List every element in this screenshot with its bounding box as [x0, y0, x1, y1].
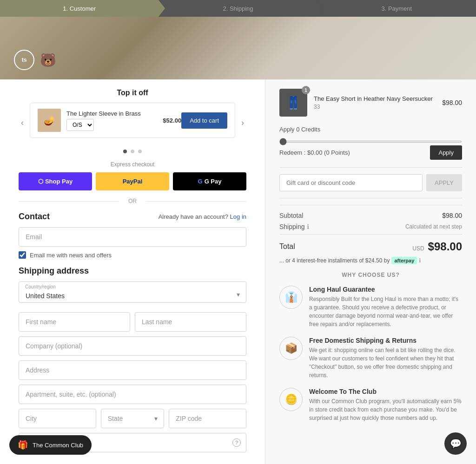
contact-title: Contact: [19, 212, 50, 222]
chat-icon: 💬: [450, 438, 462, 449]
email-input[interactable]: [19, 227, 246, 247]
product-size-select[interactable]: O/S: [66, 119, 157, 131]
guarantee-text: Responsibly Built for the Long Haul is m…: [309, 295, 462, 328]
add-to-cart-button[interactable]: Add to cart: [181, 112, 227, 129]
afterpay-info-icon[interactable]: ℹ: [419, 257, 421, 264]
why-item-guarantee: 👔 Long Haul Guarantee Responsibly Built …: [279, 286, 462, 328]
bottom-navigation: ‹ Return to cart CONTINUE TO SHIPPING: [19, 462, 246, 464]
step-shipping[interactable]: 2. Shipping: [159, 0, 317, 17]
zip-input[interactable]: [169, 409, 246, 428]
apply-credits-button[interactable]: Apply: [430, 145, 462, 160]
common-club-bar[interactable]: 🎁 The Common Club: [9, 435, 92, 455]
why-item-club: 🪙 Welcome To The Club With our Common Cl…: [279, 388, 462, 422]
shipping-perk-title: Free Domestic Shipping & Returns: [309, 337, 462, 344]
top-it-off-section: Top it off ‹ 🪔 The Lighter Sleeve in Bra…: [19, 89, 246, 204]
paypal-button[interactable]: PayPal: [96, 172, 169, 190]
guarantee-icon: 👔: [279, 286, 303, 309]
afterpay-logo: afterpay: [391, 257, 417, 264]
brand-logo-bear: 🐻: [40, 52, 56, 68]
why-choose-us-section: WHY CHOOSE US? 👔 Long Haul Guarantee Res…: [279, 272, 462, 422]
guarantee-title: Long Haul Guarantee: [309, 286, 462, 293]
redeem-text: Redeem : $0.00 (0 Points): [279, 149, 350, 156]
subtotal-value: $98.00: [442, 212, 462, 219]
carousel-dots: [19, 147, 246, 155]
phone-help-icon[interactable]: ?: [232, 438, 241, 447]
shipping-title: Shipping address: [19, 266, 89, 276]
apartment-input[interactable]: [19, 385, 246, 404]
order-item: 👖 1 The Easy Short in Heather Navy Seers…: [279, 89, 462, 117]
express-checkout-label: Express checkout: [19, 161, 246, 168]
item-price: $98.00: [442, 99, 462, 106]
common-club-label: The Common Club: [33, 442, 83, 449]
why-choose-title: WHY CHOOSE US?: [279, 272, 462, 278]
google-pay-button[interactable]: G G Pay: [173, 172, 246, 190]
credits-section: Apply 0 Credits Redeem : $0.00 (0 Points…: [279, 126, 462, 160]
address-input[interactable]: [19, 360, 246, 380]
club-text: With our Common Club program, you'll aut…: [309, 397, 462, 422]
carousel-prev-button[interactable]: ‹: [19, 116, 26, 130]
shopify-icon: ⬡: [38, 178, 43, 185]
divider-1: [279, 167, 462, 168]
carousel-next-button[interactable]: ›: [239, 116, 246, 130]
product-name: The Lighter Sleeve in Brass: [66, 110, 157, 117]
shopify-pay-button[interactable]: ⬡ Shop Pay: [19, 172, 92, 190]
credits-label: Apply 0 Credits: [279, 126, 462, 133]
afterpay-row: ... or 4 interest-free installments of $…: [279, 257, 462, 264]
subtotal-label: Subtotal: [279, 212, 303, 219]
country-select[interactable]: United States: [19, 281, 246, 303]
divider-2: [279, 198, 462, 198]
gift-card-apply-button[interactable]: APPLY: [426, 174, 462, 191]
company-input[interactable]: [19, 336, 246, 356]
item-name: The Easy Short in Heather Navy Seersucke…: [314, 95, 436, 103]
step-payment[interactable]: 3. Payment: [317, 0, 476, 17]
gift-icon: 🎁: [18, 440, 28, 450]
totals-section: Subtotal $98.00 Shipping ℹ Calculated at…: [279, 205, 462, 230]
login-link[interactable]: Log in: [230, 213, 246, 220]
product-thumbnail: 🪔: [38, 109, 61, 132]
checkout-form-panel: Top it off ‹ 🪔 The Lighter Sleeve in Bra…: [0, 79, 265, 464]
item-details: The Easy Short in Heather Navy Seersucke…: [314, 95, 436, 111]
step-customer[interactable]: 1. Customer: [0, 0, 159, 17]
login-prompt: Already have an account? Log in: [159, 213, 246, 220]
why-item-shipping: 📦 Free Domestic Shipping & Returns We ge…: [279, 337, 462, 379]
item-quantity-badge: 1: [302, 86, 310, 94]
progress-bar: 1. Customer 2. Shipping 3. Payment: [0, 0, 476, 17]
shipping-label: Shipping ℹ: [279, 223, 309, 230]
gift-card-section: APPLY: [279, 174, 462, 191]
total-label: Total: [279, 242, 295, 251]
last-name-input[interactable]: [135, 312, 246, 332]
contact-section: Contact Already have an account? Log in …: [19, 212, 246, 259]
newsletter-label: Email me with news and offers: [30, 252, 112, 259]
order-summary-panel: 👖 1 The Easy Short in Heather Navy Seers…: [265, 79, 476, 464]
gift-card-input[interactable]: [279, 174, 423, 191]
shipping-perk-text: We get it: shopping online can feel a bi…: [309, 346, 462, 379]
product-price: $52.00: [163, 117, 181, 124]
chat-button[interactable]: 💬: [444, 432, 467, 455]
city-input[interactable]: [19, 409, 96, 428]
state-select[interactable]: State: [101, 409, 165, 428]
or-divider: OR: [19, 198, 246, 204]
total-row: Total USD $98.00: [279, 234, 462, 253]
item-variant: 33: [314, 104, 436, 110]
shipping-address-section: Shipping address United States Country/r…: [19, 266, 246, 452]
shipping-icon: 📦: [279, 337, 303, 360]
hero-banner: ts 🐻: [0, 17, 476, 79]
club-icon: 🪙: [279, 388, 303, 411]
top-it-off-title: Top it off: [19, 89, 246, 97]
credits-slider[interactable]: [279, 141, 462, 143]
newsletter-checkbox[interactable]: [19, 251, 26, 259]
first-name-input[interactable]: [19, 312, 130, 332]
club-title: Welcome To The Club: [309, 388, 462, 395]
total-amount: USD $98.00: [412, 240, 462, 253]
shipping-note: Calculated at next step: [405, 223, 462, 230]
shipping-info-icon[interactable]: ℹ: [307, 223, 309, 230]
brand-logo-ts: ts: [14, 50, 34, 70]
